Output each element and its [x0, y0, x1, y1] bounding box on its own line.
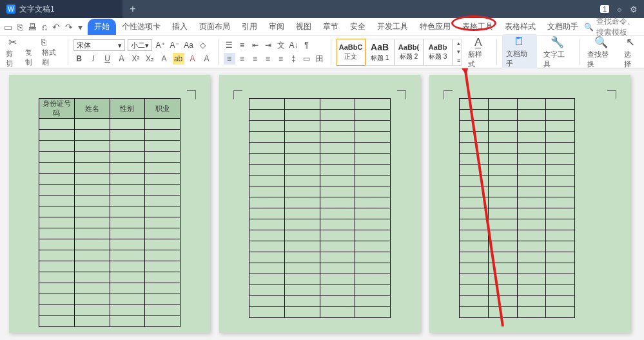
open-icon[interactable]: ⎘ — [17, 22, 23, 32]
header-job[interactable]: 职业 — [145, 99, 181, 119]
table-row[interactable] — [249, 121, 391, 132]
page-2[interactable] — [219, 75, 420, 333]
table-row[interactable] — [249, 285, 391, 296]
page-3[interactable] — [429, 75, 630, 333]
table-row[interactable] — [39, 217, 181, 228]
menu-insert[interactable]: 插入 — [166, 19, 193, 35]
bold-button[interactable]: B — [73, 53, 85, 65]
table-row[interactable] — [39, 305, 181, 316]
font-name-select[interactable]: 宋体▾ — [73, 39, 125, 51]
document-tab[interactable]: W 文字文稿1 — [0, 0, 122, 18]
table-row[interactable] — [249, 252, 391, 263]
table-row[interactable] — [249, 307, 391, 318]
table-row[interactable] — [39, 130, 181, 141]
table-row[interactable] — [39, 206, 181, 217]
table-row[interactable] — [39, 228, 181, 239]
search-box[interactable]: 🔍 查找命令、搜索模板 — [584, 16, 640, 38]
document-workspace[interactable]: 身份证号码 姓名 性别 职业 — [0, 68, 644, 340]
new-tab-button[interactable]: + — [122, 3, 143, 15]
table-row[interactable] — [460, 197, 575, 208]
select-button[interactable]: ↖选择 — [621, 35, 640, 69]
document-table[interactable] — [249, 98, 391, 318]
line-spacing-button[interactable]: ‡ — [288, 53, 300, 65]
borders-button[interactable]: 田 — [314, 53, 326, 65]
distribute-button[interactable]: ≡ — [275, 53, 287, 65]
table-row[interactable] — [460, 230, 575, 241]
table-row[interactable] — [39, 163, 181, 174]
table-row[interactable] — [249, 143, 391, 154]
table-row[interactable] — [460, 121, 575, 132]
menu-table-tools[interactable]: 表格工具 — [456, 19, 499, 35]
underline-button[interactable]: U — [102, 53, 113, 65]
table-row[interactable] — [460, 143, 575, 154]
text-direction-button[interactable]: 文 — [275, 39, 287, 51]
menu-review[interactable]: 审阅 — [263, 19, 290, 35]
table-row[interactable] — [39, 272, 181, 283]
redo-icon[interactable]: ↷ — [65, 22, 73, 32]
table-row[interactable] — [460, 208, 575, 219]
text-effect-button[interactable]: A — [159, 53, 170, 65]
menu-doc-helper[interactable]: 文档助手 — [542, 19, 584, 35]
table-row[interactable] — [460, 263, 575, 274]
menu-custom-tab[interactable]: 个性选项卡 — [116, 19, 166, 35]
table-row[interactable] — [249, 175, 391, 186]
table-row[interactable] — [39, 185, 181, 195]
table-row[interactable] — [249, 263, 391, 274]
menu-special[interactable]: 特色应用 — [414, 19, 456, 35]
bullets-button[interactable]: ☰ — [224, 39, 235, 51]
table-row[interactable] — [249, 99, 391, 110]
table-row[interactable] — [249, 219, 391, 230]
table-row[interactable] — [249, 241, 391, 252]
table-row[interactable] — [249, 132, 391, 143]
table-row[interactable] — [460, 241, 575, 252]
numbering-button[interactable]: ≡ — [237, 39, 248, 51]
strike-button[interactable]: A — [116, 53, 128, 65]
doc-helper-button[interactable]: 🗒文档助手 — [502, 34, 538, 70]
new-style-button[interactable]: A̲新样式 — [465, 35, 491, 69]
table-row[interactable] — [460, 274, 575, 285]
align-right-button[interactable]: ≡ — [249, 53, 261, 65]
table-row[interactable] — [39, 316, 181, 327]
document-table[interactable] — [459, 98, 575, 318]
table-row[interactable] — [249, 274, 391, 285]
skin-icon[interactable]: ⟐ — [617, 5, 622, 14]
close-tab-icon[interactable] — [111, 6, 116, 12]
table-row[interactable] — [460, 175, 575, 186]
format-painter-label[interactable]: 格式刷 — [42, 48, 63, 67]
table-row[interactable] — [39, 239, 181, 250]
table-row[interactable] — [39, 250, 181, 261]
italic-button[interactable]: I — [88, 53, 99, 65]
table-row[interactable] — [249, 230, 391, 241]
table-row[interactable] — [249, 165, 391, 175]
decrease-indent-button[interactable]: ⇤ — [249, 39, 261, 51]
increase-indent-button[interactable]: ⇥ — [262, 39, 274, 51]
table-header-row[interactable]: 身份证号码 姓名 性别 职业 — [39, 99, 181, 119]
styles-more[interactable]: ≡ — [453, 56, 465, 65]
table-row[interactable] — [39, 174, 181, 185]
table-row[interactable] — [249, 208, 391, 219]
table-row[interactable] — [460, 219, 575, 230]
styles-scroll-down[interactable]: ▾ — [453, 48, 465, 56]
align-left-button[interactable]: ≡ — [224, 53, 235, 65]
table-row[interactable] — [249, 154, 391, 165]
copy-button[interactable]: ⎘ — [41, 37, 46, 47]
clear-format-button[interactable]: ◇ — [197, 39, 209, 51]
header-gender[interactable]: 性别 — [110, 99, 145, 119]
table-row[interactable] — [460, 154, 575, 165]
table-row[interactable] — [39, 283, 181, 294]
cut-button[interactable]: ✂剪切 — [4, 36, 21, 68]
style-heading2[interactable]: AaBb(标题 2 — [395, 39, 424, 66]
table-row[interactable] — [460, 165, 575, 175]
menu-developer[interactable]: 开发工具 — [371, 19, 414, 35]
highlight-button[interactable]: ab — [173, 53, 184, 65]
menu-references[interactable]: 引用 — [236, 19, 263, 35]
settings-icon[interactable]: ⚙ — [630, 5, 638, 14]
table-row[interactable] — [39, 261, 181, 272]
superscript-button[interactable]: X² — [130, 53, 142, 65]
table-row[interactable] — [39, 195, 181, 206]
table-row[interactable] — [460, 285, 575, 296]
style-heading3[interactable]: AaBb标题 3 — [424, 39, 453, 66]
shrink-font-button[interactable]: A⁻ — [169, 39, 181, 51]
text-tool-button[interactable]: 🔧文字工具 — [541, 35, 574, 69]
table-row[interactable] — [460, 132, 575, 143]
